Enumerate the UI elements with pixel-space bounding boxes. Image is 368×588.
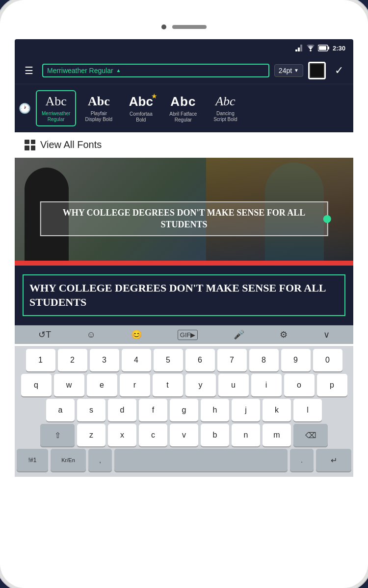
key-8[interactable]: 8 (249, 349, 279, 371)
color-button[interactable] (308, 62, 326, 79)
image-text-overlay[interactable]: WHY COLLEGE DEGREES DON'T MAKE SENSE FOR… (40, 201, 328, 236)
key-enter[interactable]: ↵ (316, 449, 351, 471)
font-item-label: DancingScript Bold (213, 111, 237, 122)
key-5[interactable]: 5 (154, 349, 183, 371)
key-shift[interactable]: ⇧ (40, 424, 75, 446)
svg-marker-1 (298, 48, 300, 51)
confirm-button[interactable]: ✓ (331, 62, 347, 79)
font-item-dancing[interactable]: Abc DancingScript Bold (206, 91, 245, 125)
keyboard-bottom-row: !#1 Kr/En , . ↵ (17, 449, 351, 471)
key-x[interactable]: x (108, 424, 136, 446)
key-d[interactable]: d (108, 399, 136, 421)
key-7[interactable]: 7 (217, 349, 247, 371)
font-picker-row: 🕐 Abc MerriweatherRegular Abc PlayfairDi… (15, 84, 353, 132)
emoji-icon[interactable]: ☺ (87, 330, 96, 340)
key-0[interactable]: 0 (313, 349, 342, 371)
gif-icon[interactable]: GIF▶ (178, 330, 198, 340)
image-preview: WHY COLLEGE DEGREES DON'T MAKE SENSE FOR… (15, 158, 353, 266)
star-icon: ★ (151, 92, 158, 100)
font-arrow-icon: ▲ (116, 68, 121, 73)
status-bar: 2:30 (15, 39, 353, 57)
key-m[interactable]: m (263, 424, 291, 446)
key-e[interactable]: e (87, 374, 117, 396)
font-item-label: Abril FatfaceRegular (169, 111, 197, 123)
key-w[interactable]: w (54, 374, 84, 396)
key-a[interactable]: a (46, 399, 75, 421)
key-j[interactable]: j (232, 399, 260, 421)
key-comma[interactable]: , (88, 449, 112, 471)
key-c[interactable]: c (139, 424, 167, 446)
key-o[interactable]: o (284, 374, 315, 396)
key-p[interactable]: p (317, 374, 347, 396)
keyboard-qwerty-row: q w e r t y u i o p (17, 374, 351, 396)
dark-text-content[interactable]: WHY COLLEGE DEGREES DON'T MAKE SENSE FOR… (23, 274, 345, 316)
battery-icon (318, 45, 330, 51)
key-h[interactable]: h (201, 399, 229, 421)
sticker-icon[interactable]: 😊 (131, 329, 142, 340)
font-preview-abc: Abc (129, 94, 153, 109)
key-f[interactable]: f (139, 399, 167, 421)
key-r[interactable]: r (120, 374, 150, 396)
size-selector[interactable]: 24pt ▼ (274, 64, 303, 77)
keyboard-asdf-row: a s d f g h j k l (17, 399, 351, 421)
phone-frame: 2:30 ☰ Merriweather Regular ▲ 24pt ▼ ✓ 🕐 (0, 0, 368, 588)
key-z[interactable]: z (77, 424, 105, 446)
font-preview-abc: Abc (170, 94, 196, 109)
history-icon: 🕐 (19, 102, 31, 114)
selection-handle[interactable] (323, 215, 331, 223)
svg-marker-2 (300, 45, 302, 51)
key-n[interactable]: n (232, 424, 260, 446)
view-all-fonts-button[interactable]: View All Fonts (15, 132, 353, 158)
key-1[interactable]: 1 (26, 349, 55, 371)
keyboard: 1 2 3 4 5 6 7 8 9 0 q w e r t y u i (15, 346, 353, 477)
font-item-abril[interactable]: Abc Abril FatfaceRegular (163, 91, 203, 126)
key-s[interactable]: s (77, 399, 105, 421)
overlay-text-content: WHY COLLEGE DEGREES DON'T MAKE SENSE FOR… (63, 208, 306, 229)
key-u[interactable]: u (218, 374, 249, 396)
camera-dot (161, 24, 166, 29)
key-special[interactable]: !#1 (17, 449, 48, 471)
key-period[interactable]: . (290, 449, 314, 471)
key-6[interactable]: 6 (185, 349, 215, 371)
key-g[interactable]: g (170, 399, 198, 421)
view-all-fonts-label: View All Fonts (40, 139, 102, 150)
font-preview-abc: Abc (215, 94, 235, 109)
key-v[interactable]: v (170, 424, 198, 446)
font-item-label: MerriweatherRegular (42, 111, 70, 122)
mic-icon[interactable]: 🎤 (234, 329, 244, 340)
key-y[interactable]: y (185, 374, 216, 396)
key-9[interactable]: 9 (281, 349, 311, 371)
menu-button[interactable]: ☰ (21, 63, 37, 78)
font-item-playfair[interactable]: Abc PlayfairDisplay Bold (79, 91, 118, 125)
font-selector[interactable]: Merriweather Regular ▲ (42, 64, 269, 77)
svg-rect-6 (319, 46, 326, 50)
key-space[interactable] (114, 449, 288, 471)
key-t[interactable]: t (153, 374, 183, 396)
key-backspace[interactable]: ⌫ (293, 424, 328, 446)
key-3[interactable]: 3 (90, 349, 119, 371)
key-q[interactable]: q (21, 374, 52, 396)
phone-screen: 2:30 ☰ Merriweather Regular ▲ 24pt ▼ ✓ 🕐 (15, 39, 353, 573)
key-l[interactable]: l (293, 399, 322, 421)
settings-icon[interactable]: ⚙ (280, 329, 288, 340)
keyboard-zxcv-row: ⇧ z x c v b n m ⌫ (17, 424, 351, 446)
text-rotate-icon[interactable]: ↺T (38, 329, 51, 340)
size-arrow-icon: ▼ (294, 68, 299, 73)
font-item-merriweather[interactable]: Abc MerriweatherRegular (36, 90, 76, 126)
toolbar: ☰ Merriweather Regular ▲ 24pt ▼ ✓ (15, 57, 353, 84)
key-k[interactable]: k (263, 399, 291, 421)
key-lang[interactable]: Kr/En (51, 449, 86, 471)
key-4[interactable]: 4 (122, 349, 151, 371)
wifi-icon (306, 45, 315, 51)
grid-icon (25, 140, 35, 150)
speaker (172, 25, 207, 29)
font-item-comfortaa[interactable]: ★ Abc ComfortaaBold (121, 91, 160, 126)
keyboard-toolbar: ↺T ☺ 😊 GIF▶ 🎤 ⚙ ∨ (15, 325, 353, 344)
red-bar-decoration (15, 261, 353, 266)
key-2[interactable]: 2 (58, 349, 87, 371)
key-i[interactable]: i (251, 374, 282, 396)
status-icons: 2:30 (295, 45, 345, 52)
keyboard-collapse-icon[interactable]: ∨ (323, 329, 330, 340)
key-b[interactable]: b (201, 424, 229, 446)
color-swatch (311, 64, 323, 77)
